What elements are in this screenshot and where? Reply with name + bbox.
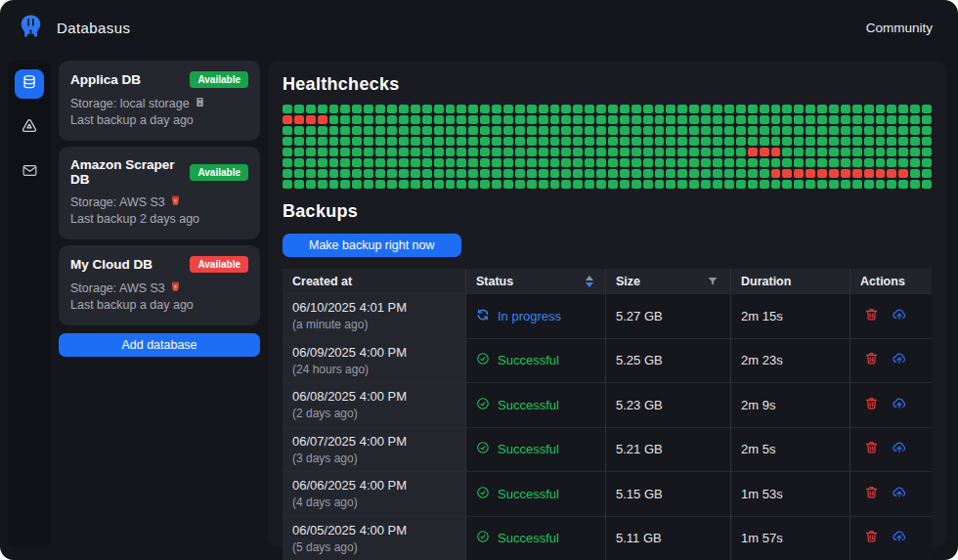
database-list: Applica DB Available Storage: local stor… [59,61,260,547]
sidebar-item-storages[interactable] [15,113,44,143]
healthcheck-cell-ok [736,105,746,113]
community-link[interactable]: Community [866,21,933,35]
healthcheck-cell-ok [457,180,466,189]
restore-backup-button[interactable] [892,529,907,547]
healthcheck-cell-ok [817,115,827,124]
sidebar-item-databases[interactable] [15,69,44,99]
filter-funnel-icon[interactable] [707,276,718,287]
healthcheck-cell-ok [492,105,501,113]
healthcheck-cell-ok [910,169,920,178]
healthcheck-cell-ok [771,105,781,113]
healthcheck-cell-ok [515,115,525,124]
healthcheck-cell-ok [829,137,839,146]
healthcheck-cell-ok [527,148,537,156]
healthcheck-cell-ok [387,137,397,146]
healthcheck-cell-ok [539,115,548,124]
delete-backup-button[interactable] [864,440,879,458]
healthcheck-cell-ok [585,115,594,124]
restore-backup-button[interactable] [892,440,907,458]
healthcheck-cell-ok [608,169,618,178]
column-header-status: Status [465,269,605,293]
delete-backup-button[interactable] [864,307,879,325]
healthcheck-cell-ok [503,115,513,124]
healthcheck-cell-ok [922,105,932,113]
sidebar-item-notifications[interactable] [15,157,44,187]
healthcheck-cell-ok [318,158,327,167]
healthcheck-cell-ok [910,180,920,189]
healthcheck-cell-ok [608,180,618,189]
healthcheck-cell-ok [817,126,827,135]
healthcheck-cell-ok [864,115,874,124]
healthcheck-cell-ok [608,158,618,167]
healthcheck-cell-ok [596,180,606,189]
healthcheck-cell-ok [724,169,734,178]
mail-icon [22,162,38,183]
healthcheck-cell-ok [468,158,478,167]
healthcheck-cell-ok [794,115,804,124]
healthcheck-cell-ok [922,180,932,189]
healthcheck-cell-ok [446,115,456,124]
healthcheck-cell-ok [294,180,304,189]
healthcheck-cell-ok [782,180,792,189]
healthcheck-cell-ok [771,126,781,135]
delete-backup-button[interactable] [864,529,879,547]
trash-icon [864,529,879,547]
restore-backup-button[interactable] [892,485,907,503]
healthcheck-cell-ok [561,105,571,113]
delete-backup-button[interactable] [864,396,879,414]
healthcheck-cell-ok [561,148,571,156]
healthcheck-cell-ok [689,126,699,135]
restore-backup-button[interactable] [892,307,907,325]
healthcheck-cell-ok [608,115,618,124]
backup-status: In progress [498,309,561,323]
healthcheck-cell-ok [422,148,432,156]
healthcheck-cell-ok [748,169,758,178]
check-circle-icon [476,397,490,413]
healthcheck-cell-ok [480,115,490,124]
status-badge: Available [190,256,248,273]
healthcheck-cell-ok [922,158,932,167]
healthcheck-cell-ok [724,180,734,189]
healthcheck-cell-ok [306,137,316,146]
database-card[interactable]: Amazon Scraper DB Available Storage: AWS… [59,147,260,239]
trash-icon [864,396,879,414]
sort-icon[interactable] [586,276,593,287]
healthcheck-cell-ok [910,137,920,146]
healthcheck-cell-ok [364,169,373,178]
make-backup-button[interactable]: Make backup right now [283,234,461,257]
healthcheck-cell-ok [713,158,722,167]
check-circle-icon [476,530,490,546]
content-area: Applica DB Available Storage: local stor… [0,55,958,560]
add-database-button[interactable]: Add database [59,333,260,357]
delete-backup-button[interactable] [864,351,879,369]
healthcheck-cell-ok [539,148,548,156]
healthcheck-cell-ok [620,148,630,156]
healthcheck-cell-ok [387,148,397,156]
healthcheck-cell-ok [352,148,362,156]
healthcheck-cell-ok [573,105,583,113]
healthcheck-cell-ok [585,158,594,167]
healthcheck-cell-ok [527,105,537,113]
healthcheck-cell-ok [817,158,827,167]
healthcheck-cell-ok [375,148,385,156]
healthcheck-cell-fail [748,148,758,156]
healthcheck-cell-ok [631,158,641,167]
healthcheck-cell-ok [283,105,292,113]
healthcheck-cell-ok [539,158,548,167]
backup-duration: 2m 23s [730,339,849,383]
delete-backup-button[interactable] [864,485,879,503]
healthcheck-cell-ok [375,180,385,189]
healthcheck-cell-ok [585,148,594,156]
healthcheck-cell-ok [457,105,466,113]
restore-backup-button[interactable] [892,351,907,369]
healthcheck-cell-ok [677,126,687,135]
database-name: My Cloud DB [70,257,152,272]
trash-icon [864,307,879,325]
healthcheck-cell-ok [411,137,420,146]
healthcheck-cell-ok [375,115,385,124]
healthcheck-cell-ok [329,158,339,167]
restore-backup-button[interactable] [892,396,907,414]
database-card[interactable]: My Cloud DB Available Storage: AWS S3 La… [59,245,260,325]
database-card[interactable]: Applica DB Available Storage: local stor… [59,61,260,141]
backups-title: Backups [283,201,932,222]
